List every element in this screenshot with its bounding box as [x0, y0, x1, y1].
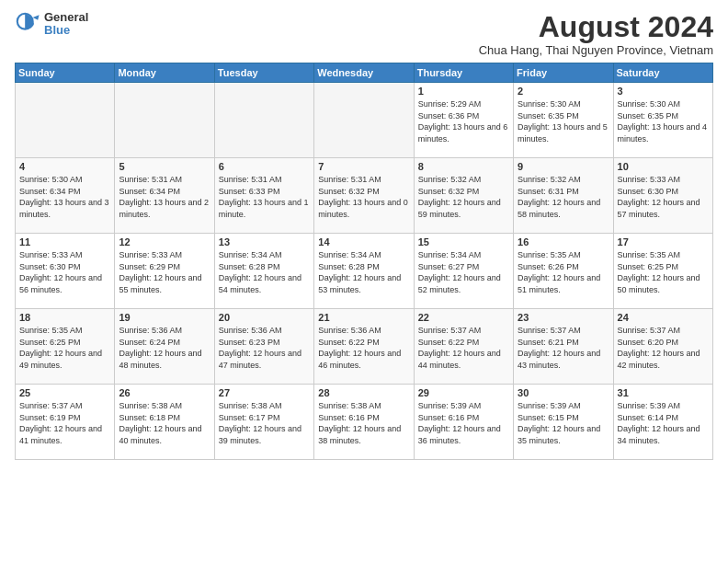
calendar-cell: 14Sunrise: 5:34 AMSunset: 6:28 PMDayligh…: [314, 234, 414, 309]
day-info: Sunrise: 5:33 AMSunset: 6:30 PMDaylight:…: [19, 249, 110, 295]
day-info: Sunrise: 5:38 AMSunset: 6:18 PMDaylight:…: [119, 400, 210, 446]
day-number: 13: [219, 236, 310, 247]
day-info: Sunrise: 5:38 AMSunset: 6:17 PMDaylight:…: [219, 400, 310, 446]
calendar-week-3: 11Sunrise: 5:33 AMSunset: 6:30 PMDayligh…: [16, 234, 713, 309]
day-info: Sunrise: 5:36 AMSunset: 6:22 PMDaylight:…: [318, 325, 409, 371]
day-number: 29: [418, 387, 509, 398]
day-number: 3: [618, 86, 709, 97]
calendar-cell: 19Sunrise: 5:36 AMSunset: 6:24 PMDayligh…: [115, 309, 214, 385]
calendar-header-monday: Monday: [115, 63, 214, 83]
day-number: 16: [518, 236, 609, 247]
calendar-table: SundayMondayTuesdayWednesdayThursdayFrid…: [15, 63, 713, 460]
calendar-cell: 20Sunrise: 5:36 AMSunset: 6:23 PMDayligh…: [214, 309, 313, 385]
calendar-cell: [115, 83, 214, 158]
day-info: Sunrise: 5:29 AMSunset: 6:36 PMDaylight:…: [418, 98, 509, 144]
day-info: Sunrise: 5:38 AMSunset: 6:16 PMDaylight:…: [318, 400, 409, 446]
calendar-cell: 6Sunrise: 5:31 AMSunset: 6:33 PMDaylight…: [214, 158, 313, 234]
day-number: 15: [418, 236, 509, 247]
day-number: 2: [518, 86, 609, 97]
calendar-header-sunday: Sunday: [16, 63, 115, 83]
calendar-week-5: 25Sunrise: 5:37 AMSunset: 6:19 PMDayligh…: [16, 385, 713, 460]
calendar-cell: 11Sunrise: 5:33 AMSunset: 6:30 PMDayligh…: [16, 234, 115, 309]
day-info: Sunrise: 5:37 AMSunset: 6:19 PMDaylight:…: [19, 400, 110, 446]
day-number: 4: [19, 161, 110, 172]
calendar-cell: 17Sunrise: 5:35 AMSunset: 6:25 PMDayligh…: [613, 234, 712, 309]
day-number: 27: [219, 387, 310, 398]
day-number: 19: [119, 312, 210, 323]
day-number: 6: [219, 161, 310, 172]
day-info: Sunrise: 5:32 AMSunset: 6:31 PMDaylight:…: [518, 174, 609, 220]
day-info: Sunrise: 5:34 AMSunset: 6:28 PMDaylight:…: [219, 249, 310, 295]
calendar-cell: 10Sunrise: 5:33 AMSunset: 6:30 PMDayligh…: [613, 158, 712, 234]
month-year-title: August 2024: [479, 11, 713, 43]
calendar-header-saturday: Saturday: [613, 63, 712, 83]
calendar-header-friday: Friday: [514, 63, 613, 83]
day-info: Sunrise: 5:36 AMSunset: 6:23 PMDaylight:…: [219, 325, 310, 371]
day-info: Sunrise: 5:31 AMSunset: 6:34 PMDaylight:…: [119, 174, 210, 220]
calendar-cell: 16Sunrise: 5:35 AMSunset: 6:26 PMDayligh…: [514, 234, 613, 309]
calendar-cell: 24Sunrise: 5:37 AMSunset: 6:20 PMDayligh…: [613, 309, 712, 385]
day-info: Sunrise: 5:37 AMSunset: 6:22 PMDaylight:…: [418, 325, 509, 371]
day-number: 26: [119, 387, 210, 398]
day-number: 1: [418, 86, 509, 97]
day-number: 17: [618, 236, 709, 247]
calendar-cell: 30Sunrise: 5:39 AMSunset: 6:15 PMDayligh…: [514, 385, 613, 460]
day-number: 8: [418, 161, 509, 172]
title-block: August 2024 Chua Hang, Thai Nguyen Provi…: [479, 11, 713, 57]
day-info: Sunrise: 5:31 AMSunset: 6:33 PMDaylight:…: [219, 174, 310, 220]
day-number: 23: [518, 312, 609, 323]
calendar-cell: 21Sunrise: 5:36 AMSunset: 6:22 PMDayligh…: [314, 309, 414, 385]
day-info: Sunrise: 5:36 AMSunset: 6:24 PMDaylight:…: [119, 325, 210, 371]
day-info: Sunrise: 5:35 AMSunset: 6:25 PMDaylight:…: [19, 325, 110, 371]
calendar-cell: 28Sunrise: 5:38 AMSunset: 6:16 PMDayligh…: [314, 385, 414, 460]
day-info: Sunrise: 5:30 AMSunset: 6:34 PMDaylight:…: [19, 174, 110, 220]
day-number: 14: [318, 236, 409, 247]
day-info: Sunrise: 5:34 AMSunset: 6:27 PMDaylight:…: [418, 249, 509, 295]
calendar-cell: [16, 83, 115, 158]
day-number: 10: [618, 161, 709, 172]
calendar-header-tuesday: Tuesday: [214, 63, 313, 83]
day-info: Sunrise: 5:35 AMSunset: 6:26 PMDaylight:…: [518, 249, 609, 295]
day-number: 9: [518, 161, 609, 172]
day-number: 5: [119, 161, 210, 172]
day-number: 30: [518, 387, 609, 398]
day-info: Sunrise: 5:39 AMSunset: 6:16 PMDaylight:…: [418, 400, 509, 446]
day-info: Sunrise: 5:33 AMSunset: 6:30 PMDaylight:…: [618, 174, 709, 220]
day-number: 12: [119, 236, 210, 247]
day-number: 7: [318, 161, 409, 172]
calendar-cell: 23Sunrise: 5:37 AMSunset: 6:21 PMDayligh…: [514, 309, 613, 385]
logo: General Blue: [15, 11, 88, 38]
day-number: 28: [318, 387, 409, 398]
header: General Blue August 2024 Chua Hang, Thai…: [15, 11, 713, 57]
calendar-header-thursday: Thursday: [414, 63, 513, 83]
calendar-header-row: SundayMondayTuesdayWednesdayThursdayFrid…: [16, 63, 713, 83]
day-info: Sunrise: 5:34 AMSunset: 6:28 PMDaylight:…: [318, 249, 409, 295]
location-text: Chua Hang, Thai Nguyen Province, Vietnam: [479, 43, 713, 57]
calendar-cell: 9Sunrise: 5:32 AMSunset: 6:31 PMDaylight…: [514, 158, 613, 234]
calendar-cell: 26Sunrise: 5:38 AMSunset: 6:18 PMDayligh…: [115, 385, 214, 460]
logo-text: General Blue: [44, 11, 88, 38]
calendar-week-1: 1Sunrise: 5:29 AMSunset: 6:36 PMDaylight…: [16, 83, 713, 158]
day-info: Sunrise: 5:37 AMSunset: 6:21 PMDaylight:…: [518, 325, 609, 371]
calendar-cell: 4Sunrise: 5:30 AMSunset: 6:34 PMDaylight…: [16, 158, 115, 234]
calendar-cell: 29Sunrise: 5:39 AMSunset: 6:16 PMDayligh…: [414, 385, 513, 460]
day-number: 31: [618, 387, 709, 398]
calendar-cell: 1Sunrise: 5:29 AMSunset: 6:36 PMDaylight…: [414, 83, 513, 158]
day-number: 18: [19, 312, 110, 323]
calendar-cell: [214, 83, 313, 158]
calendar-cell: 15Sunrise: 5:34 AMSunset: 6:27 PMDayligh…: [414, 234, 513, 309]
calendar-cell: 12Sunrise: 5:33 AMSunset: 6:29 PMDayligh…: [115, 234, 214, 309]
calendar-cell: 22Sunrise: 5:37 AMSunset: 6:22 PMDayligh…: [414, 309, 513, 385]
calendar-cell: [314, 83, 414, 158]
calendar-header-wednesday: Wednesday: [314, 63, 414, 83]
calendar-cell: 18Sunrise: 5:35 AMSunset: 6:25 PMDayligh…: [16, 309, 115, 385]
calendar-cell: 27Sunrise: 5:38 AMSunset: 6:17 PMDayligh…: [214, 385, 313, 460]
calendar-cell: 13Sunrise: 5:34 AMSunset: 6:28 PMDayligh…: [214, 234, 313, 309]
day-number: 25: [19, 387, 110, 398]
logo-blue: Blue: [44, 24, 88, 37]
calendar-cell: 7Sunrise: 5:31 AMSunset: 6:32 PMDaylight…: [314, 158, 414, 234]
day-number: 11: [19, 236, 110, 247]
day-info: Sunrise: 5:33 AMSunset: 6:29 PMDaylight:…: [119, 249, 210, 295]
day-info: Sunrise: 5:35 AMSunset: 6:25 PMDaylight:…: [618, 249, 709, 295]
day-info: Sunrise: 5:39 AMSunset: 6:15 PMDaylight:…: [518, 400, 609, 446]
